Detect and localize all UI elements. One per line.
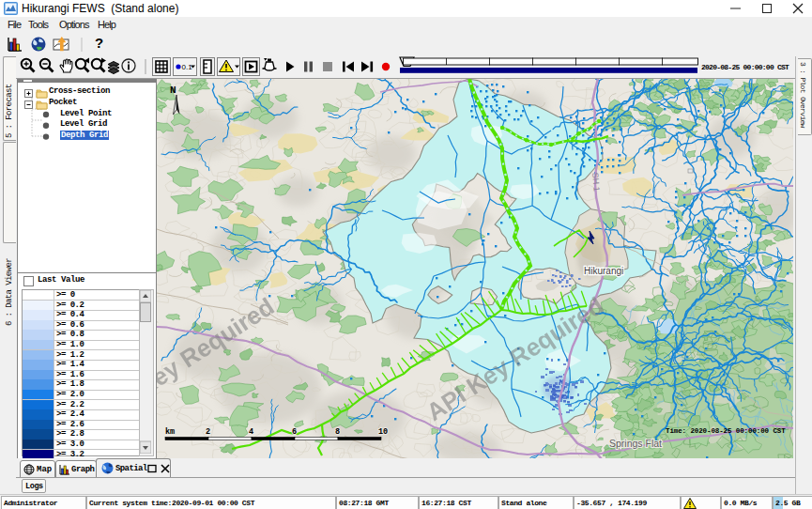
svg-text:8: 8 xyxy=(335,427,340,437)
svg-text:6: 6 xyxy=(292,427,297,437)
svg-text:SH 1: SH 1 xyxy=(590,172,602,192)
svg-text:2: 2 xyxy=(206,427,210,437)
svg-text:10: 10 xyxy=(378,427,388,437)
svg-text:0.1: 0.1 xyxy=(182,63,193,71)
svg-text:km: km xyxy=(165,427,175,437)
svg-text:Time: 2020-08-25 00:00:00 CST: Time: 2020-08-25 00:00:00 CST xyxy=(666,427,786,435)
svg-text:Hikurangi: Hikurangi xyxy=(584,266,623,276)
svg-text:Springs Flat: Springs Flat xyxy=(609,438,662,449)
svg-text:2020-08-25 00:00:00 CST: 2020-08-25 00:00:00 CST xyxy=(701,63,789,71)
svg-text:N: N xyxy=(170,85,176,96)
svg-text:4: 4 xyxy=(249,427,253,437)
